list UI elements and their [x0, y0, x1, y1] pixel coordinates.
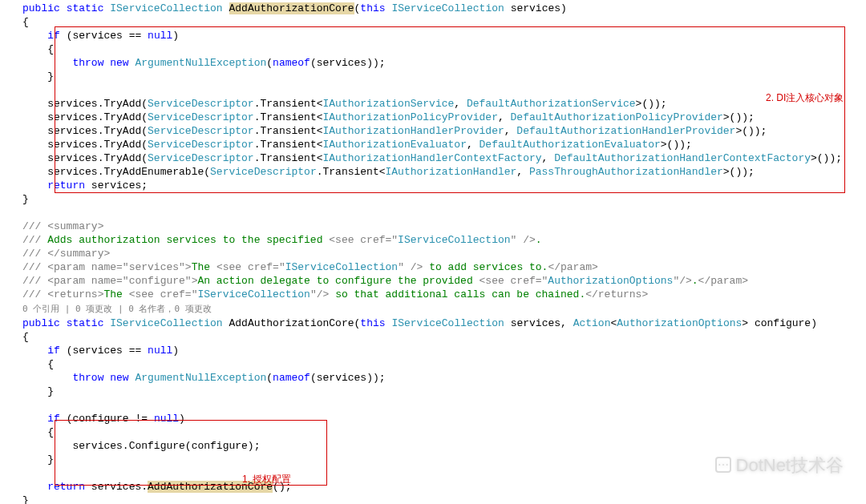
code-line: [22, 398, 866, 412]
code-line: if (services == null): [22, 344, 866, 357]
code-line: throw new ArgumentNullException(nameof(s…: [22, 56, 866, 70]
code-line: }: [22, 385, 866, 398]
code-line: }: [22, 494, 866, 504]
code-line: }: [22, 70, 866, 83]
code-line: {: [22, 425, 866, 439]
code-line: services.TryAdd(ServiceDescriptor.Transi…: [22, 111, 866, 124]
code-line: public static IServiceCollection AddAuth…: [22, 317, 866, 330]
code-line: /// <param name="configure">An action de…: [22, 274, 866, 288]
code-line: {: [22, 15, 866, 29]
code-line: }: [22, 453, 866, 466]
codelens[interactable]: 0 个引用 | 0 项更改 | 0 名作者，0 项更改: [22, 302, 866, 316]
code-line: services.TryAdd(ServiceDescriptor.Transi…: [22, 138, 866, 151]
code-line: return services;: [22, 179, 866, 192]
code-line: [22, 206, 866, 220]
code-line: services.TryAdd(ServiceDescriptor.Transi…: [22, 151, 866, 165]
code-line: services.TryAdd(ServiceDescriptor.Transi…: [22, 97, 866, 111]
code-line: services.TryAddEnumerable(ServiceDescrip…: [22, 165, 866, 179]
code-line: /// Adds authorization services to the s…: [22, 233, 866, 247]
code-line: services.TryAdd(ServiceDescriptor.Transi…: [22, 124, 866, 138]
code-line: public static IServiceCollection AddAuth…: [22, 2, 866, 15]
code-line: /// <returns>The <see cref="IServiceColl…: [22, 288, 866, 301]
code-line: {: [22, 330, 866, 344]
code-line: throw new ArgumentNullException(nameof(s…: [22, 371, 866, 385]
code-line: return services.AddAuthorizationCore();: [22, 480, 866, 494]
code-line: services.Configure(configure);: [22, 439, 866, 453]
code-line: /// <summary>: [22, 220, 866, 233]
code-line: [22, 466, 866, 480]
code-line: /// <param name="services">The <see cref…: [22, 260, 866, 274]
code-line: }: [22, 192, 866, 206]
code-editor[interactable]: public static IServiceCollection AddAuth…: [22, 2, 866, 504]
code-line: /// </summary>: [22, 247, 866, 260]
code-line: [22, 83, 866, 97]
code-line: if (services == null): [22, 29, 866, 42]
code-line: if (configure != null): [22, 412, 866, 425]
code-line: {: [22, 357, 866, 371]
code-line: {: [22, 42, 866, 56]
